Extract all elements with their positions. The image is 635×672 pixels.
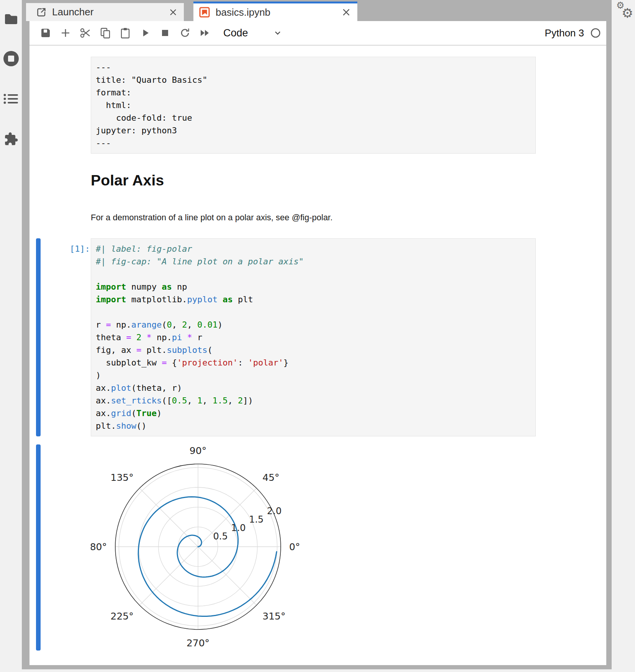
paste-icon[interactable] [115,24,135,42]
restart-kernel-icon[interactable] [175,24,195,42]
svg-text:225°: 225° [110,611,133,622]
notebook-toolbar: Code Python 3 [29,21,606,46]
main-panel-frame: Launcher basics.ipynb [22,0,612,669]
markdown-heading: Polar Axis [91,172,164,189]
cut-icon[interactable] [75,24,95,42]
right-strip: ⚙ ⚙ [612,0,635,672]
chevron-down-icon [273,28,283,38]
extensions-icon[interactable] [0,132,22,146]
svg-text:180°: 180° [91,541,107,552]
svg-text:45°: 45° [262,472,279,483]
launcher-icon [36,7,47,18]
code-cell-editor[interactable]: #| label: fig-polar#| fig-cap: "A line p… [91,238,536,436]
left-activity-bar [0,0,22,672]
copy-icon[interactable] [95,24,115,42]
tab-launcher-close-icon[interactable] [169,8,178,17]
output-collapser[interactable] [36,444,41,651]
tab-launcher-label: Launcher [52,6,165,18]
svg-text:1.0: 1.0 [231,523,245,533]
tab-notebook-close-icon[interactable] [341,7,351,17]
svg-text:135°: 135° [110,472,133,483]
add-cell-icon[interactable] [56,24,75,42]
cell-type-value: Code [223,27,248,39]
save-icon[interactable] [36,24,56,42]
stop-icon[interactable] [155,24,175,42]
notebook-content: ---title: "Quarto Basics"format: html: c… [29,46,606,665]
cell-type-dropdown[interactable]: Code [223,27,283,39]
svg-text:2.0: 2.0 [267,506,281,516]
gear-big-icon: ⚙ [622,5,633,21]
svg-text:90°: 90° [190,446,206,456]
input-cell-collapser[interactable] [36,238,41,436]
settings-icon[interactable]: ⚙ ⚙ [614,1,634,24]
kernel-name[interactable]: Python 3 [545,27,584,39]
file-browser-icon[interactable] [0,13,22,25]
running-sessions-icon[interactable] [0,50,22,67]
svg-text:0.5: 0.5 [213,531,228,542]
execution-count-prompt: [1]: [29,243,90,255]
tab-notebook[interactable]: basics.ipynb [193,2,357,21]
tab-notebook-label: basics.ipynb [216,7,338,18]
table-of-contents-icon[interactable] [0,93,22,104]
restart-run-all-icon[interactable] [195,24,215,42]
svg-text:270°: 270° [187,638,209,649]
svg-text:1.5: 1.5 [249,514,263,525]
tab-launcher[interactable]: Launcher [26,3,184,21]
svg-text:315°: 315° [262,611,285,622]
raw-cell-editor[interactable]: ---title: "Quarto Basics"format: html: c… [91,57,536,154]
run-icon[interactable] [135,24,155,42]
notebook-icon [199,7,210,18]
markdown-paragraph: For a demonstration of a line plot on a … [91,213,332,223]
polar-plot-output: 0°45°90°135°180°225°270°315°0.51.01.52.0 [91,446,313,653]
kernel-status-icon [590,28,601,38]
svg-text:0°: 0° [289,541,300,552]
